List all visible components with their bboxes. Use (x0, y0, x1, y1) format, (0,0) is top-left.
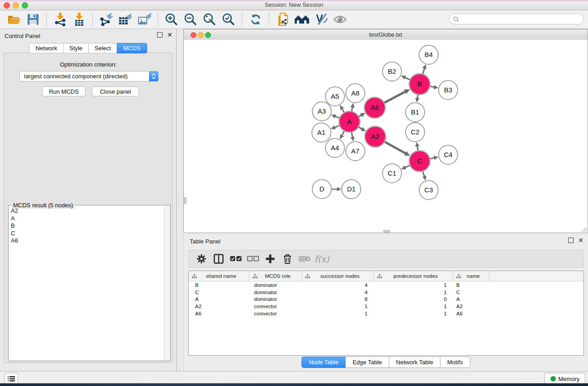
graph-node-C4[interactable]: C4 (439, 145, 458, 164)
mcds-result-item[interactable]: A6 (9, 237, 164, 245)
graph-node-A3[interactable]: A3 (312, 102, 331, 121)
cell: A2 (189, 304, 249, 309)
graph-node-B4[interactable]: B4 (419, 45, 438, 64)
close-panel-button[interactable]: Close panel (92, 86, 139, 96)
network-from-clipboard-icon[interactable] (275, 12, 291, 27)
svg-text:B2: B2 (388, 67, 396, 75)
graph-node-B[interactable]: B (409, 74, 430, 95)
graph-node-C[interactable]: C (409, 151, 430, 172)
select-all-checkboxes-icon[interactable] (229, 253, 242, 265)
graph-node-B3[interactable]: B3 (439, 81, 458, 100)
toolbar-separator (158, 13, 158, 26)
open-session-icon[interactable] (6, 12, 22, 27)
graph-edge-A6-B[interactable] (382, 89, 410, 104)
vertical-scrollbar-thumb[interactable] (184, 197, 186, 204)
tab-edge-table[interactable]: Edge Table (345, 357, 389, 368)
close-table-panel-icon[interactable]: ✕ (578, 238, 583, 243)
show-column-icon[interactable] (212, 253, 225, 265)
horizontal-scrollbar-thumb[interactable] (383, 230, 390, 233)
network-canvas[interactable]: B4B2BB3A5A8A6B1A3AC2A1A2A4A7C4CC1C3DD1 (184, 40, 588, 233)
zoom-selected-icon[interactable] (221, 12, 236, 27)
home-gallery-icon[interactable] (294, 12, 310, 27)
mcds-result-item[interactable]: B (9, 222, 164, 230)
table-row-A2[interactable]: A2connector11A2 (189, 303, 583, 310)
import-table-icon[interactable] (72, 12, 87, 27)
deselect-all-checkboxes-icon[interactable] (247, 253, 259, 265)
svg-text:A7: A7 (351, 147, 359, 155)
column-header-shared-name[interactable]: shared name (189, 271, 249, 281)
column-header-MCDS-role[interactable]: MCDS role (249, 271, 302, 281)
settings-gear-icon[interactable] (195, 253, 208, 265)
add-column-icon[interactable] (264, 253, 277, 265)
table-row-A[interactable]: Adominator80A (189, 295, 583, 303)
table-row-C[interactable]: Cdominator41C (189, 289, 583, 296)
column-header-predecessor-nodes[interactable]: predecessor nodes (374, 271, 453, 281)
graph-node-C2[interactable]: C2 (406, 123, 425, 142)
graph-edge-A2-C[interactable] (383, 141, 410, 156)
tab-style[interactable]: Style (63, 43, 88, 53)
refresh-layout-icon[interactable] (248, 12, 263, 27)
zoom-out-icon[interactable] (183, 12, 198, 27)
cell: A6 (189, 311, 249, 316)
zoom-fit-icon[interactable] (202, 12, 217, 27)
graph-node-B1[interactable]: B1 (406, 103, 425, 122)
save-session-icon[interactable] (25, 12, 41, 27)
graph-node-A[interactable]: A (339, 111, 360, 132)
vizmapper-icon[interactable] (313, 12, 329, 27)
tab-mcds[interactable]: MCDS (117, 43, 147, 53)
graph-node-A5[interactable]: A5 (325, 87, 344, 106)
float-table-panel-icon[interactable] (568, 238, 574, 243)
optimization-criterion-select[interactable]: largest connected component (directed) (19, 71, 158, 81)
cell: 4 (302, 290, 374, 295)
table-toolbar: f(x) (188, 250, 584, 268)
export-image-icon[interactable] (137, 12, 152, 27)
tab-select[interactable]: Select (88, 43, 117, 53)
network-window-title: testGlobe.txt (184, 31, 588, 38)
zoom-in-icon[interactable] (164, 12, 179, 27)
graph-node-A4[interactable]: A4 (325, 138, 344, 157)
table-row-B[interactable]: Bdominator41B (189, 281, 583, 289)
graph-node-B2[interactable]: B2 (382, 62, 402, 81)
mcds-result-item[interactable]: C (9, 230, 164, 238)
network-window-titlebar[interactable]: testGlobe.txt (184, 29, 588, 40)
graph-node-A7[interactable]: A7 (346, 142, 365, 161)
graph-node-D1[interactable]: D1 (342, 180, 361, 199)
graph-node-C3[interactable]: C3 (419, 181, 438, 200)
resize-grip[interactable] (582, 227, 587, 232)
mcds-result-scrollbar[interactable] (164, 205, 170, 361)
graph-node-A2[interactable]: A2 (365, 126, 386, 147)
table-row-A6[interactable]: A6connector11A6 (189, 310, 583, 317)
tab-motifs[interactable]: Motifs (440, 357, 470, 368)
tab-network[interactable]: Network (29, 43, 63, 53)
import-network-icon[interactable] (53, 12, 68, 27)
network-view-window: testGlobe.txt B4B2BB3A5A8A6B1A3AC2A1A2A4… (183, 29, 588, 233)
graph-node-D[interactable]: D (312, 180, 331, 199)
cell: A (189, 296, 249, 302)
graph-node-C1[interactable]: C1 (382, 164, 402, 183)
delete-table-icon[interactable] (298, 253, 311, 265)
column-header-successor-nodes[interactable]: successor nodes (302, 271, 374, 281)
table-panel-title: Table Panel (190, 238, 220, 245)
graph-node-A6[interactable]: A6 (364, 97, 385, 118)
tab-network-table[interactable]: Network Table (389, 357, 440, 368)
search-icon (453, 16, 459, 22)
node-table[interactable]: shared nameMCDS rolesuccessor nodesprede… (188, 271, 584, 356)
graph-node-A8[interactable]: A8 (346, 84, 365, 103)
column-header-name[interactable]: name (453, 271, 489, 281)
tab-node-table[interactable]: Node Table (301, 357, 345, 368)
export-table-icon[interactable] (118, 12, 133, 27)
graph-node-A1[interactable]: A1 (312, 123, 331, 142)
status-bar: Memory (0, 371, 588, 383)
float-panel-icon[interactable] (157, 32, 163, 38)
show-hide-graphics-eye-icon[interactable] (332, 12, 348, 27)
run-mcds-button[interactable]: Run MCDS (42, 86, 86, 96)
mcds-result-item[interactable]: A (9, 215, 164, 223)
search-input[interactable] (449, 14, 584, 24)
network-graph[interactable]: B4B2BB3A5A8A6B1A3AC2A1A2A4A7C4CC1C3DD1 (184, 40, 588, 233)
delete-column-icon[interactable] (281, 253, 294, 265)
mcds-result-item[interactable]: A2 (9, 207, 164, 215)
function-builder-icon[interactable]: f(x) (316, 253, 328, 265)
export-network-icon[interactable] (99, 12, 114, 27)
close-panel-icon[interactable]: ✕ (167, 33, 172, 37)
memory-status-dot (550, 376, 556, 381)
